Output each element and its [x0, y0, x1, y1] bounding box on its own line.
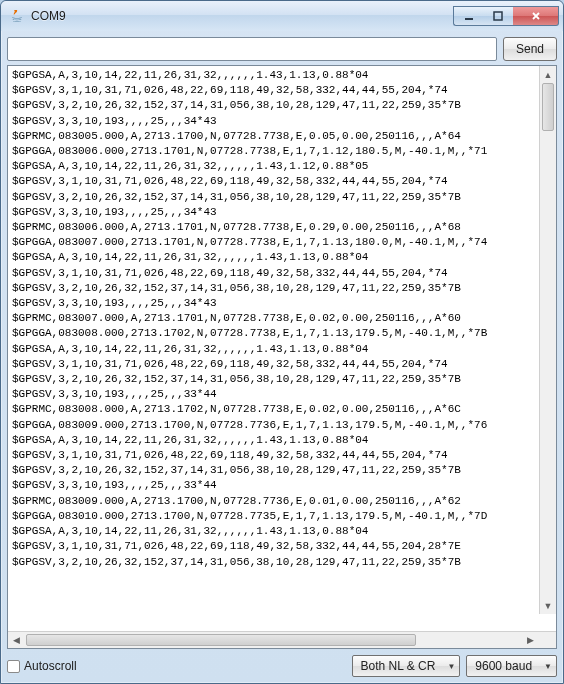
- serial-monitor-window: COM9 Send $GPGSA,A,3,10,14,22,11,26,31,3…: [0, 0, 564, 684]
- java-icon: [9, 8, 25, 24]
- scroll-up-arrow-icon[interactable]: ▲: [540, 66, 556, 83]
- baud-rate-dropdown[interactable]: 9600 baud ▼: [466, 655, 557, 677]
- send-button[interactable]: Send: [503, 37, 557, 61]
- chevron-down-icon: ▼: [447, 662, 455, 671]
- line-ending-value: Both NL & CR: [361, 659, 436, 673]
- svg-rect-1: [494, 12, 502, 20]
- output-wrap: $GPGSA,A,3,10,14,22,11,26,31,32,,,,,,1.4…: [7, 65, 557, 649]
- baud-rate-value: 9600 baud: [475, 659, 532, 673]
- window-buttons: [453, 6, 559, 26]
- line-ending-dropdown[interactable]: Both NL & CR ▼: [352, 655, 461, 677]
- scroll-corner: [539, 632, 556, 648]
- scroll-right-arrow-icon[interactable]: ▶: [522, 632, 539, 648]
- titlebar[interactable]: COM9: [1, 1, 563, 31]
- vertical-scrollbar[interactable]: ▲ ▼: [539, 66, 556, 614]
- autoscroll-checkbox[interactable]: [7, 660, 20, 673]
- vertical-scroll-thumb[interactable]: [542, 83, 554, 131]
- autoscroll-option[interactable]: Autoscroll: [7, 659, 346, 673]
- scroll-left-arrow-icon[interactable]: ◀: [8, 632, 25, 648]
- footer-bar: Autoscroll Both NL & CR ▼ 9600 baud ▼: [7, 653, 557, 677]
- maximize-button[interactable]: [483, 6, 513, 26]
- horizontal-scrollbar[interactable]: ◀ ▶: [8, 631, 556, 648]
- close-button[interactable]: [513, 6, 559, 26]
- serial-output-text: $GPGSA,A,3,10,14,22,11,26,31,32,,,,,,1.4…: [8, 66, 556, 572]
- scroll-down-arrow-icon[interactable]: ▼: [540, 597, 556, 614]
- horizontal-scroll-thumb[interactable]: [26, 634, 416, 646]
- minimize-button[interactable]: [453, 6, 483, 26]
- chevron-down-icon: ▼: [544, 662, 552, 671]
- content-area: Send $GPGSA,A,3,10,14,22,11,26,31,32,,,,…: [1, 31, 563, 683]
- svg-rect-0: [465, 18, 473, 20]
- command-input[interactable]: [7, 37, 497, 61]
- output-viewport[interactable]: $GPGSA,A,3,10,14,22,11,26,31,32,,,,,,1.4…: [8, 66, 556, 631]
- input-row: Send: [7, 37, 557, 61]
- window-title: COM9: [31, 9, 453, 23]
- autoscroll-label: Autoscroll: [24, 659, 77, 673]
